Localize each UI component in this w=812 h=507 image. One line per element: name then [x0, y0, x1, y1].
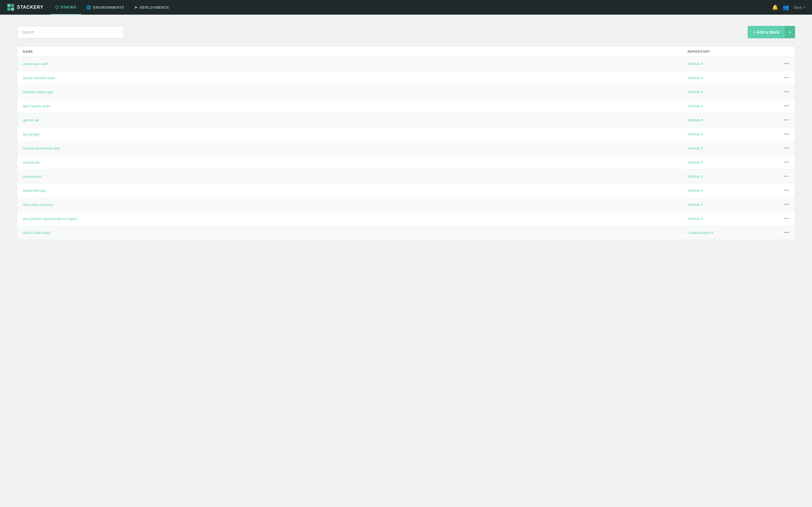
- table-row[interactable]: aurora-test GitHub ⧉ ···: [17, 170, 795, 184]
- repo-label: GitHub: [688, 203, 700, 207]
- table-row[interactable]: awesome-api GitHub ⧉ ···: [17, 184, 795, 198]
- stack-name-link[interactable]: aurora-sls: [23, 160, 688, 165]
- svg-rect-3: [11, 8, 14, 11]
- stack-repo[interactable]: GitHub ⧉: [688, 90, 772, 94]
- docs-link[interactable]: Docs ↗: [794, 5, 805, 10]
- external-link-icon: ⧉: [701, 132, 703, 136]
- table-row[interactable]: api-pinger GitHub ⧉ ···: [17, 127, 795, 142]
- more-options-button[interactable]: ···: [772, 159, 789, 165]
- stack-name-link[interactable]: another-react-app: [23, 90, 688, 94]
- external-link-icon: ⧉: [701, 62, 703, 66]
- more-options-button[interactable]: ···: [772, 173, 789, 179]
- search-wrapper: [17, 26, 124, 38]
- table-row[interactable]: alexa-reinvent-quiz GitHub ⧉ ···: [17, 71, 795, 85]
- repo-label: CodeCommit: [688, 231, 710, 235]
- nav-items: ⬡ STACKS 🌐 ENVIRONMENTS ➤ DEPLOYMENTS: [50, 0, 772, 15]
- repo-label: GitHub: [688, 132, 700, 136]
- stack-repo[interactable]: GitHub ⧉: [688, 217, 772, 221]
- stack-repo[interactable]: GitHub ⧉: [688, 76, 772, 80]
- nav-label-stacks: STACKS: [61, 5, 76, 9]
- stack-name-link[interactable]: aurora-serverless-test: [23, 146, 688, 151]
- stack-name-link[interactable]: api-cognito-auth: [23, 104, 688, 108]
- stack-repo[interactable]: GitHub ⧉: [688, 104, 772, 108]
- add-stack-dropdown-button[interactable]: ▾: [785, 26, 795, 38]
- stack-repo[interactable]: GitHub ⧉: [688, 188, 772, 193]
- stack-repo[interactable]: GitHub ⧉: [688, 146, 772, 151]
- nav-label-environments: ENVIRONMENTS: [93, 5, 124, 10]
- deployments-icon: ➤: [134, 5, 138, 10]
- repo-label: GitHub: [688, 76, 700, 80]
- more-options-button[interactable]: ···: [772, 89, 789, 95]
- external-link-icon: ⧉: [701, 118, 703, 122]
- stack-name-link[interactable]: aws-python-pynamodb-s3-sigurl: [23, 217, 688, 221]
- table-row[interactable]: another-react-app GitHub ⧉ ···: [17, 85, 795, 99]
- more-options-button[interactable]: ···: [772, 103, 789, 109]
- repo-label: GitHub: [688, 104, 700, 108]
- add-stack-button[interactable]: + Add a Stack: [748, 26, 785, 38]
- more-options-button[interactable]: ···: [772, 117, 789, 123]
- external-link-icon: ⧉: [701, 161, 703, 164]
- stack-name-link[interactable]: aws-auto-cleanup: [23, 203, 688, 207]
- table-body: alexa-quiz-skill GitHub ⧉ ··· alexa-rein…: [17, 57, 795, 240]
- docs-label: Docs: [794, 5, 802, 10]
- more-options-button[interactable]: ···: [772, 75, 789, 81]
- main-content: + Add a Stack ▾ NAME REPOSITORY alexa-qu…: [0, 15, 812, 251]
- table-row[interactable]: aws-python-pynamodb-s3-sigurl GitHub ⧉ ·…: [17, 212, 795, 226]
- add-stack-group: + Add a Stack ▾: [748, 26, 795, 38]
- stack-repo[interactable]: GitHub ⧉: [688, 118, 772, 122]
- svg-rect-1: [11, 4, 14, 7]
- stack-repo[interactable]: GitHub ⧉: [688, 174, 772, 179]
- external-link-icon: ⧉: [701, 76, 703, 80]
- stack-repo[interactable]: CodeCommit ⧉: [688, 231, 772, 235]
- more-options-button[interactable]: ···: [772, 131, 789, 137]
- navbar-right: 🔔 👥 Docs ↗: [772, 4, 805, 10]
- table-row[interactable]: aurora-serverless-test GitHub ⧉ ···: [17, 142, 795, 156]
- nav-item-stacks[interactable]: ⬡ STACKS: [50, 0, 81, 15]
- table-row[interactable]: api-for-ali GitHub ⧉ ···: [17, 113, 795, 127]
- repo-label: GitHub: [688, 62, 700, 66]
- notifications-icon[interactable]: 🔔: [772, 4, 778, 10]
- stack-name-link[interactable]: api-for-ali: [23, 118, 688, 122]
- table-row[interactable]: aws-auto-cleanup GitHub ⧉ ···: [17, 198, 795, 212]
- stack-name-link[interactable]: alexa-reinvent-quiz: [23, 76, 688, 80]
- external-link-icon: ⧉: [701, 189, 703, 192]
- repo-label: GitHub: [688, 118, 700, 122]
- stack-repo[interactable]: GitHub ⧉: [688, 203, 772, 207]
- stack-name-link[interactable]: api-pinger: [23, 132, 688, 136]
- navbar: STACKERY ⬡ STACKS 🌐 ENVIRONMENTS ➤ DEPLO…: [0, 0, 812, 15]
- nav-item-deployments[interactable]: ➤ DEPLOYMENTS: [129, 0, 174, 15]
- external-link-icon: ⧉: [701, 217, 703, 221]
- table-row[interactable]: aurora-sls GitHub ⧉ ···: [17, 156, 795, 170]
- user-icon[interactable]: 👥: [783, 4, 789, 10]
- stack-repo[interactable]: GitHub ⧉: [688, 160, 772, 165]
- stacks-table: NAME REPOSITORY alexa-quiz-skill GitHub …: [17, 46, 795, 240]
- stack-repo[interactable]: GitHub ⧉: [688, 132, 772, 136]
- stack-repo[interactable]: GitHub ⧉: [688, 62, 772, 66]
- brand-logo[interactable]: STACKERY: [7, 3, 43, 11]
- nav-item-environments[interactable]: 🌐 ENVIRONMENTS: [81, 0, 129, 15]
- search-input[interactable]: [17, 26, 124, 38]
- repo-label: GitHub: [688, 188, 700, 193]
- stack-name-link[interactable]: aurora-test: [23, 174, 688, 179]
- more-options-button[interactable]: ···: [772, 230, 789, 236]
- external-link-icon: ⧉: [701, 175, 703, 178]
- table-row[interactable]: alexa-quiz-skill GitHub ⧉ ···: [17, 57, 795, 71]
- col-header-name: NAME: [23, 50, 688, 53]
- stack-name-link[interactable]: AWS-SAM-stack: [23, 231, 688, 235]
- repo-label: GitHub: [688, 90, 700, 94]
- stack-name-link[interactable]: alexa-quiz-skill: [23, 62, 688, 66]
- table-header: NAME REPOSITORY: [17, 47, 795, 57]
- repo-label: GitHub: [688, 217, 700, 221]
- more-options-button[interactable]: ···: [772, 187, 789, 193]
- svg-rect-0: [7, 4, 10, 7]
- external-link-icon: ⧉: [711, 231, 713, 235]
- stack-name-link[interactable]: awesome-api: [23, 188, 688, 193]
- more-options-button[interactable]: ···: [772, 61, 789, 67]
- more-options-button[interactable]: ···: [772, 202, 789, 208]
- more-options-button[interactable]: ···: [772, 216, 789, 222]
- logo-icon: [7, 3, 15, 11]
- globe-icon: 🌐: [86, 5, 91, 10]
- more-options-button[interactable]: ···: [772, 145, 789, 151]
- table-row[interactable]: api-cognito-auth GitHub ⧉ ···: [17, 99, 795, 113]
- table-row[interactable]: AWS-SAM-stack CodeCommit ⧉ ···: [17, 226, 795, 240]
